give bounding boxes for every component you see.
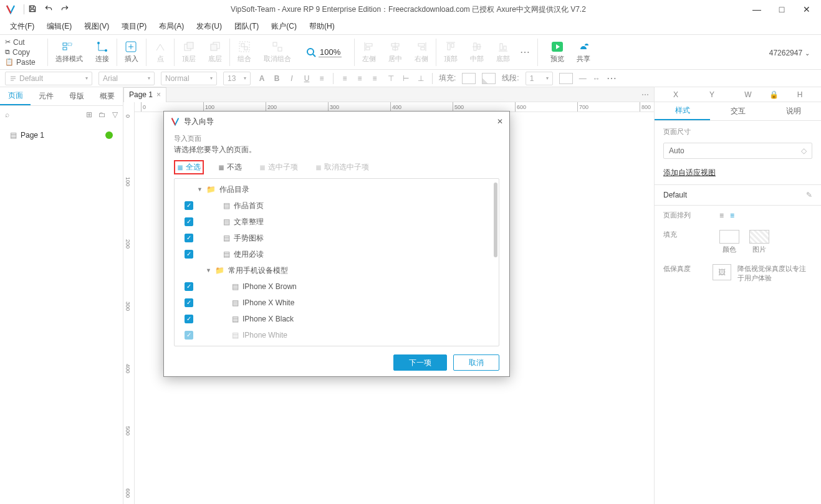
add-folder-icon[interactable]: 🗀 [98,110,106,119]
style-select[interactable]: Default▾ [5,72,92,85]
menu-file[interactable]: 文件(F) [5,19,39,34]
select-all-button[interactable]: ≣全选 [174,160,204,174]
redo-icon[interactable] [60,4,69,15]
cut-button[interactable]: ✂ Cut [5,38,40,47]
lock-icon[interactable]: 🔒 [769,90,779,99]
lofi-toggle[interactable]: 🖼 [713,264,731,280]
underline-icon[interactable]: U [302,74,312,83]
checkbox-icon[interactable] [185,201,193,210]
dialog-logo-icon [170,116,180,126]
preview-button[interactable]: 预览 [545,39,569,65]
zoom-control[interactable]: 100% [306,47,342,57]
page-align-left-icon[interactable]: ≡ [719,211,724,220]
checkbox-icon[interactable] [185,331,193,340]
tree-page[interactable]: ▤作品首页 [175,197,499,214]
page-tree-list[interactable]: ▼📁作品目录 ▤作品首页 ▤文章整理 ▤手势图标 ▤使用必读 ▼📁常用手机设备模… [174,178,499,346]
tab-notes[interactable]: 说明 [766,102,821,120]
tab-pages[interactable]: 页面 [0,87,31,105]
font-select[interactable]: Arial▾ [98,72,155,85]
fill-swatch[interactable] [462,73,476,84]
menu-edit[interactable]: 编辑(E) [42,19,77,34]
weight-select[interactable]: Normal▾ [161,72,217,85]
size-select[interactable]: 13▾ [223,72,251,85]
tree-page[interactable]: ▤IPhone X Black [175,311,499,327]
valign-bot-icon[interactable]: ⊥ [416,74,426,83]
menu-view[interactable]: 视图(V) [79,19,114,34]
connect-button[interactable]: 连接 [90,39,114,65]
edit-style-icon[interactable]: ✎ [806,191,812,199]
copy-button[interactable]: ⧉ Copy [5,48,40,57]
filter-icon[interactable]: ▽ [112,110,118,119]
align-right-icon[interactable]: ≡ [370,74,380,83]
checkbox-icon[interactable] [185,298,193,307]
menu-account[interactable]: 账户(C) [266,19,302,34]
tree-folder[interactable]: ▼📁常用手机设备模型 [175,262,499,278]
close-tab-icon[interactable]: × [156,90,161,99]
tab-interactions[interactable]: 交互 [710,102,766,120]
cloud-id[interactable]: 47262947 ⌄ [769,47,810,57]
menu-project[interactable]: 项目(P) [117,19,151,34]
insert-button[interactable]: 插入 [120,39,143,65]
next-button[interactable]: 下一项 [393,354,447,371]
line-width[interactable]: 1▾ [526,72,553,85]
default-style-header[interactable]: Default ✎ [655,184,821,206]
search-icon[interactable]: ⌕ [5,110,9,119]
deselect-all-button[interactable]: ≣不选 [215,160,245,174]
text-color-icon[interactable]: A [257,74,267,83]
italic-icon[interactable]: I [287,74,297,83]
save-icon[interactable] [28,4,37,15]
format-overflow-icon[interactable]: ⋯ [607,72,617,84]
tab-outline[interactable]: 概要 [92,87,123,105]
canvas-overflow-icon[interactable]: ⋯ [636,90,654,99]
menu-team[interactable]: 团队(T) [229,19,264,34]
fill-image-swatch[interactable] [749,230,769,244]
file-tab[interactable]: Page 1× [123,87,166,102]
tree-page[interactable]: ▤IPhone X White [175,295,499,311]
tree-page[interactable]: ▤使用必读 [175,246,499,262]
scrollbar-thumb[interactable] [494,183,497,257]
dialog-close-icon[interactable]: ✕ [497,117,503,126]
cancel-button[interactable]: 取消 [453,354,499,371]
line-style-icon[interactable]: — [579,74,587,83]
share-button[interactable]: 共享 [572,39,595,65]
checkbox-icon[interactable] [185,282,193,291]
tab-widgets[interactable]: 元件 [31,87,61,105]
fill-pattern[interactable] [482,73,496,84]
tree-page[interactable]: ▤文章整理 [175,214,499,230]
checkbox-icon[interactable] [185,250,193,259]
close-button[interactable]: ✕ [797,0,816,19]
menu-help[interactable]: 帮助(H) [304,19,340,34]
paste-button[interactable]: 📋 Paste [5,58,40,67]
menu-publish[interactable]: 发布(U) [191,19,227,34]
tab-style[interactable]: 样式 [655,102,710,120]
checkbox-icon[interactable] [185,217,193,226]
line-swatch[interactable] [559,73,573,84]
page-dim-select[interactable]: Auto◇ [663,143,812,159]
add-page-icon[interactable]: ⊞ [86,110,92,119]
bold-icon[interactable]: B [272,74,282,83]
maximize-button[interactable]: □ [772,0,791,19]
align-left-icon[interactable]: ≡ [340,74,350,83]
tab-masters[interactable]: 母版 [62,87,92,105]
checkbox-icon[interactable] [185,234,193,242]
undo-icon[interactable] [44,4,53,15]
tree-page[interactable]: ▤IPhone X Brown [175,278,499,295]
menu-layout[interactable]: 布局(A) [154,19,189,34]
select-mode-button[interactable]: 选择模式 [50,39,88,65]
minimize-button[interactable]: — [747,0,766,19]
tree-page[interactable]: ▤IPhone White [175,327,499,343]
toolbar-overflow-icon[interactable]: ⋯ [520,46,530,58]
align-center-icon[interactable]: ≡ [355,74,365,83]
ungroup-button: 取消组合 [259,39,296,65]
add-adaptive-link[interactable]: 添加自适应视图 [663,168,812,178]
checkbox-icon[interactable] [185,315,193,323]
fill-color-swatch[interactable] [719,230,739,244]
valign-mid-icon[interactable]: ⊢ [401,74,411,83]
tree-page[interactable]: ▤手势图标 [175,230,499,246]
arrow-icon[interactable]: ↔ [593,74,600,83]
page-align-center-icon[interactable]: ≡ [730,211,734,220]
bullets-icon[interactable]: ≡ [317,74,327,83]
valign-top-icon[interactable]: ⊤ [386,74,396,83]
page-tree-item[interactable]: ▤ Page 1 [6,128,117,142]
tree-folder[interactable]: ▼📁作品目录 [175,181,499,197]
